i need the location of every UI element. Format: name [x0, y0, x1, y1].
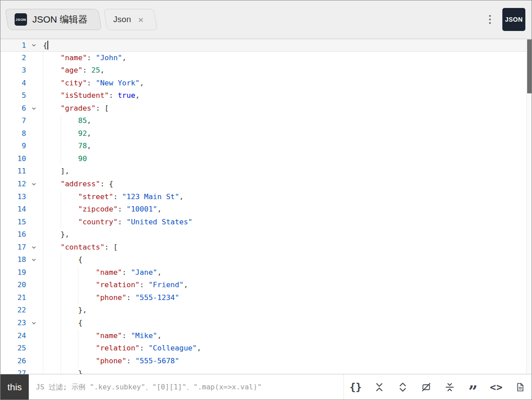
line-number: 19 — [0, 266, 26, 279]
quote-toggle-button[interactable]: ” — [461, 374, 485, 400]
fold-spacer — [26, 77, 41, 90]
code-text: "relation": "Friend", — [41, 279, 532, 292]
line-number: 5 — [0, 89, 26, 102]
gutter: 7 — [0, 115, 41, 127]
code-line[interactable]: 25"relation": "Colleague", — [0, 342, 532, 355]
fold-chevron-icon[interactable] — [26, 102, 41, 115]
code-line[interactable]: 26"phone": "555-5678" — [0, 355, 532, 368]
code-line[interactable]: 23{ — [0, 317, 532, 330]
code-line[interactable]: 20"relation": "Friend", — [0, 279, 532, 292]
fold-spacer — [26, 153, 41, 165]
gutter: 8 — [0, 127, 41, 140]
line-number: 27 — [0, 367, 26, 374]
code-view-button[interactable]: <> — [485, 374, 508, 400]
slashed-box-icon — [421, 382, 431, 392]
fold-spacer — [26, 89, 41, 102]
code-line[interactable]: 16}, — [0, 228, 532, 241]
gutter: 20 — [0, 279, 41, 292]
json-extension-badge[interactable]: JSON — [502, 8, 525, 31]
code-line[interactable]: 3"age": 25, — [0, 64, 532, 77]
code-line[interactable]: 12"address": { — [0, 178, 532, 191]
code-line[interactable]: 2"name": "John", — [0, 52, 532, 65]
gutter: 23 — [0, 317, 41, 330]
json-code-editor[interactable]: 1{2"name": "John",3"age": 25,4"city": "N… — [0, 39, 532, 374]
fold-chevron-icon[interactable] — [26, 317, 41, 330]
code-line[interactable]: 5"isStudent": true, — [0, 89, 532, 102]
overflow-menu-icon[interactable] — [485, 12, 495, 27]
tab-json[interactable]: Json × — [105, 9, 156, 30]
code-text: "phone": "555-1234" — [41, 292, 532, 304]
code-line[interactable]: 14"zipcode": "10001", — [0, 203, 532, 216]
fold-spacer — [26, 228, 41, 241]
fold-spacer — [26, 140, 41, 153]
curly-braces-icon: {} — [350, 381, 362, 393]
tab-json-editor[interactable]: JSON JSON 编辑器 — [7, 9, 100, 30]
fold-spacer — [26, 292, 41, 304]
code-line[interactable]: 11], — [0, 165, 532, 178]
code-line[interactable]: 27}, — [0, 367, 532, 374]
gutter: 14 — [0, 203, 41, 216]
line-number: 2 — [0, 52, 26, 65]
code-line[interactable]: 22}, — [0, 304, 532, 317]
code-text: "contacts": [ — [41, 241, 532, 254]
code-line[interactable]: 19"name": "Jane", — [0, 266, 532, 279]
fold-spacer — [26, 203, 41, 216]
compact-button[interactable] — [438, 374, 461, 400]
code-text: 85, — [41, 115, 532, 127]
top-bar: JSON JSON 编辑器 Json × JSON — [0, 0, 532, 39]
js-filter-input[interactable] — [29, 374, 343, 400]
code-line[interactable]: 17"contacts": [ — [0, 241, 532, 254]
fold-chevron-icon[interactable] — [26, 254, 41, 266]
code-text: }, — [41, 304, 532, 317]
text-cursor — [47, 41, 48, 50]
angle-brackets-icon: <> — [490, 381, 503, 393]
json-editor-window: JSON JSON 编辑器 Json × JSON 1{2"name": "Jo… — [0, 0, 532, 400]
gutter: 17 — [0, 241, 41, 254]
code-text: "country": "United States" — [41, 216, 532, 229]
code-line[interactable]: 18{ — [0, 254, 532, 266]
fold-chevron-icon[interactable] — [26, 39, 41, 51]
document-view-button[interactable] — [508, 374, 532, 400]
code-text: "grades": [ — [41, 102, 532, 115]
fold-chevron-icon[interactable] — [26, 178, 41, 191]
close-tab-icon[interactable]: × — [138, 15, 143, 24]
code-line[interactable]: 978, — [0, 140, 532, 153]
code-line[interactable]: 13"street": "123 Main St", — [0, 191, 532, 204]
code-text: "name": "Mike", — [41, 330, 532, 342]
gutter: 18 — [0, 254, 41, 266]
line-number: 21 — [0, 292, 26, 304]
code-text: "isStudent": true, — [41, 89, 532, 102]
line-number: 8 — [0, 127, 26, 140]
code-line[interactable]: 4"city": "New York", — [0, 77, 532, 90]
code-line[interactable]: 6"grades": [ — [0, 102, 532, 115]
code-line[interactable]: 1090 — [0, 153, 532, 165]
unescape-button[interactable] — [414, 374, 438, 400]
code-text: "address": { — [41, 178, 532, 191]
line-number: 15 — [0, 216, 26, 229]
format-braces-button[interactable]: {} — [344, 374, 367, 400]
code-line[interactable]: 24"name": "Mike", — [0, 330, 532, 342]
code-line[interactable]: 785, — [0, 115, 532, 127]
code-line[interactable]: 21"phone": "555-1234" — [0, 292, 532, 304]
gutter: 26 — [0, 355, 41, 368]
code-line[interactable]: 892, — [0, 127, 532, 140]
tab-strip: JSON JSON 编辑器 Json × — [7, 9, 156, 30]
tab-json-editor-label: JSON 编辑器 — [32, 13, 88, 26]
line-number: 4 — [0, 77, 26, 90]
gutter: 3 — [0, 64, 41, 77]
code-text: "relation": "Colleague", — [41, 342, 532, 355]
vertical-scrollbar[interactable] — [526, 39, 532, 374]
line-number: 1 — [0, 39, 26, 51]
expand-all-button[interactable] — [391, 374, 414, 400]
collapse-all-button[interactable] — [367, 374, 391, 400]
bottom-toolbar: this {} — [0, 374, 532, 400]
code-line[interactable]: 1{ — [0, 39, 532, 52]
code-text: 92, — [41, 127, 532, 140]
gutter: 10 — [0, 153, 41, 165]
line-number: 17 — [0, 241, 26, 254]
fold-chevron-icon[interactable] — [26, 241, 41, 254]
code-line[interactable]: 15"country": "United States" — [0, 216, 532, 229]
scrollbar-thumb[interactable] — [527, 39, 532, 93]
gutter: 19 — [0, 266, 41, 279]
fold-spacer — [26, 342, 41, 355]
